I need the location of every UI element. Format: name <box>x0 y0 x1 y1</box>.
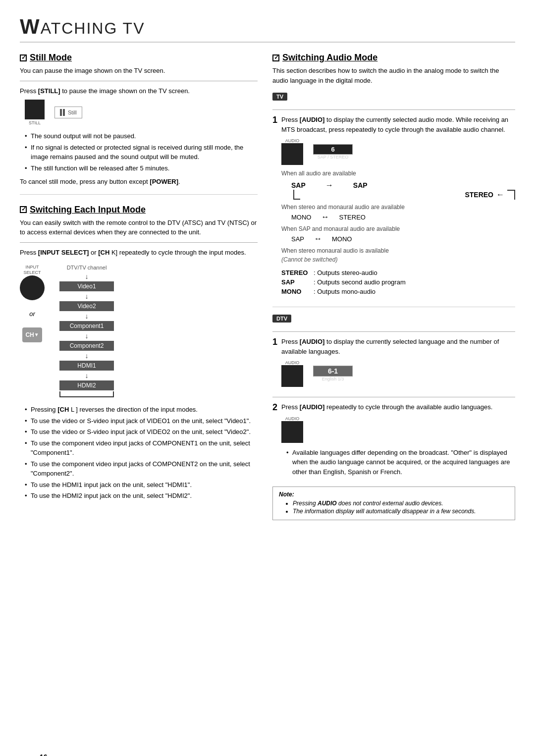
input-select-label: INPUTSELECT <box>23 265 41 275</box>
sap-right: SAP <box>353 181 368 189</box>
input-bullet-list: Pressing [CH L ] reverses the direction … <box>20 405 258 501</box>
dtv-audio-display-value: 6-1 <box>313 366 353 377</box>
sap-label2: SAP <box>291 235 304 243</box>
sap-key: SAP <box>281 278 309 286</box>
dtv-audio-display-group: 6-1 English 1/3 <box>313 366 353 381</box>
still-bullet-2: If no signal is detected or protected si… <box>25 143 258 162</box>
title-w: W <box>20 15 41 38</box>
arrow-right-sap: → <box>325 181 333 190</box>
still-cancel-text: To cancel still mode, press any button e… <box>20 177 258 187</box>
dtv-step2-divider <box>272 397 515 397</box>
mono-desc-row: MONO : Outputs mono-audio <box>281 288 515 295</box>
still-mode-checkbox-icon <box>20 54 27 61</box>
flow-arrow-2: ↓ <box>85 312 89 320</box>
still-icons-area: STILL Still <box>25 100 258 125</box>
input-mode-desc: You can easily switch with the remote co… <box>20 218 258 237</box>
input-bullet-3: To use the video or S-video input jack o… <box>25 427 258 437</box>
page-title: WATCHING TV <box>20 15 515 39</box>
still-mode-title: Still Mode <box>20 53 258 63</box>
dtv-audio-label-small: AUDIO <box>285 360 300 365</box>
flow-box-video1: Video1 <box>59 281 114 291</box>
pause-icon <box>60 109 65 116</box>
audio-mode-desc: This section describes how to switch the… <box>272 66 515 85</box>
stereo-label: STEREO <box>465 191 493 199</box>
tv-step1-num: 1 <box>272 115 277 126</box>
input-bullet-4: To use the component video input jacks o… <box>25 438 258 458</box>
stereo-key: STEREO <box>281 269 309 276</box>
mono-label: MONO <box>291 214 311 221</box>
input-bullet-5: To use the component video input jacks o… <box>25 459 258 479</box>
tv-section: TV 1 Press [AUDIO] to display the curren… <box>272 93 515 299</box>
still-step1-text: Press [STILL] to pause the image shown o… <box>20 86 258 96</box>
dtv-audio-button-icon2 <box>281 421 303 443</box>
flow-box-hdmi2: HDMI2 <box>59 380 114 390</box>
note-list: Pressing AUDIO does not control external… <box>279 500 509 515</box>
double-arrow: ↔ <box>321 213 329 221</box>
dtv-audio-label2: AUDIO <box>285 416 300 421</box>
still-bullet-3: The still function will be released afte… <box>25 163 258 173</box>
note-bullet-2: The information display will automatical… <box>293 508 509 515</box>
dtv-bullet-list: Available languages differ depending on … <box>281 448 515 477</box>
mono-desc-val: : Outputs mono-audio <box>314 288 375 295</box>
input-bullet-2: To use the video or S-video input jack o… <box>25 416 258 426</box>
when-all-text: When all audio are available <box>281 170 515 177</box>
input-bullet-6: To use the HDMI1 input jack on the unit,… <box>25 480 258 490</box>
mono-stereo-row: MONO ↔ STEREO <box>291 213 515 221</box>
when-stereo-only-text: When stereo monaural audio is available <box>281 247 515 254</box>
input-select-circle <box>20 275 45 300</box>
input-buttons-area: INPUTSELECT or CH ▼ <box>20 265 45 342</box>
flow-box-comp1: Component1 <box>59 321 114 331</box>
sap-cycle-diagram: SAP → SAP STEREO ← <box>291 181 515 200</box>
dtv-divider <box>272 331 515 332</box>
or-text: or <box>29 310 35 318</box>
still-button-icon <box>25 100 45 119</box>
tv-badge: TV <box>272 93 287 101</box>
sap-left: SAP <box>291 181 306 189</box>
when-stereo-text: When stereo and monaural audio are avail… <box>281 204 515 211</box>
dtv-audio-btn-group2: AUDIO <box>281 416 303 443</box>
flow-arrow-1: ↓ <box>85 292 89 300</box>
page-number: 16 <box>40 753 48 756</box>
audio-row-tv: AUDIO 6 SAP / STEREO <box>281 138 515 165</box>
dtv-audio-button-icon <box>281 365 303 387</box>
input-step1-text: Press [INPUT SELECT] or [CH K] repeatedl… <box>20 248 258 258</box>
mono-label2: MONO <box>332 235 352 243</box>
audio-btn-group: AUDIO <box>281 138 303 165</box>
double-arrow2: ↔ <box>314 234 322 243</box>
flow-box-video2: Video2 <box>59 301 114 311</box>
flow-arrow-4: ↓ <box>85 352 89 360</box>
dtv-badge: DTV <box>272 315 291 323</box>
dtv-step1-content: Press [AUDIO] to display the currently s… <box>281 337 515 392</box>
input-select-btn-group: INPUTSELECT <box>20 265 45 300</box>
page-header: WATCHING TV <box>20 15 515 43</box>
audio-button-icon <box>281 143 303 165</box>
audio-display-sub: SAP / STEREO <box>318 155 348 160</box>
dtv-step2-block: 2 Press [AUDIO] repeatedly to cycle thro… <box>272 402 515 481</box>
audio-mode-checkbox-icon <box>272 54 279 61</box>
audio-row-dtv: AUDIO 6-1 English 1/3 <box>281 360 515 387</box>
when-sap-text: When SAP and monaural audio are availabl… <box>281 225 515 232</box>
still-mode-desc: You can pause the image shown on the TV … <box>20 66 258 76</box>
audio-display-group: 6 SAP / STEREO <box>313 144 353 160</box>
audio-label-small: AUDIO <box>285 138 300 143</box>
flow-arrow-3: ↓ <box>85 332 89 340</box>
dtv-step1-block: 1 Press [AUDIO] to display the currently… <box>272 337 515 392</box>
dtv-section: DTV 1 Press [AUDIO] to display the curre… <box>272 315 515 520</box>
audio-desc-table: STEREO : Outputs stereo-audio SAP : Outp… <box>281 269 515 295</box>
sap-mono-row: SAP ↔ MONO <box>291 234 515 243</box>
still-display-icon: Still <box>54 107 82 118</box>
arrow-left-stereo: ← <box>496 190 504 199</box>
still-button-label: STILL <box>29 120 41 125</box>
tv-divider <box>272 109 515 110</box>
tv-step1-text: Press [AUDIO] to display the currently s… <box>281 115 515 134</box>
still-divider <box>20 81 258 81</box>
note-title: Note: <box>279 491 509 498</box>
dtv-step2-content: Press [AUDIO] repeatedly to cycle throug… <box>281 402 515 481</box>
dtv-step1-num: 1 <box>272 337 277 348</box>
dtv-step2-num: 2 <box>272 402 277 413</box>
input-diagram: INPUTSELECT or CH ▼ DTV/TV channel <box>20 265 258 397</box>
input-bullet-1: Pressing [CH L ] reverses the direction … <box>25 405 258 415</box>
audio-mode-title: Switching Audio Mode <box>272 53 515 63</box>
dtv-step2-text: Press [AUDIO] repeatedly to cycle throug… <box>281 402 515 412</box>
dtv-audio-btn-group: AUDIO <box>281 360 303 387</box>
